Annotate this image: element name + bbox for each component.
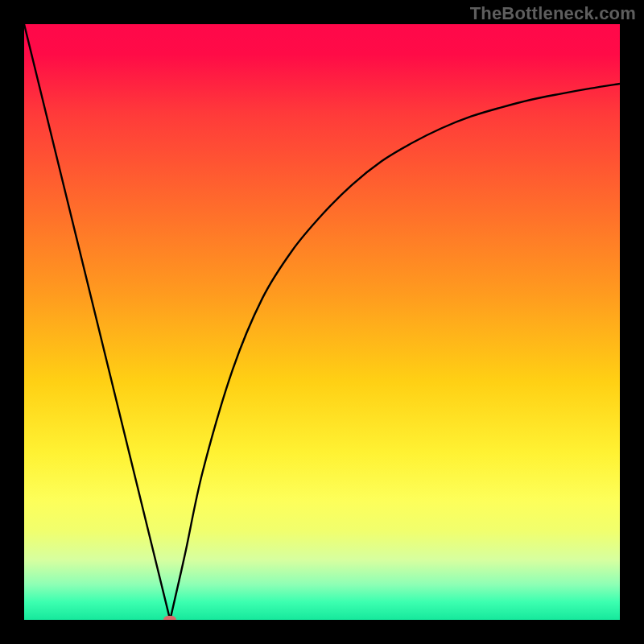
- chart-frame: TheBottleneck.com: [0, 0, 644, 644]
- bottleneck-curve: [24, 24, 620, 620]
- curve-svg: [24, 24, 620, 620]
- min-marker: [163, 616, 176, 620]
- watermark-text: TheBottleneck.com: [470, 3, 636, 24]
- plot-area: [24, 24, 620, 620]
